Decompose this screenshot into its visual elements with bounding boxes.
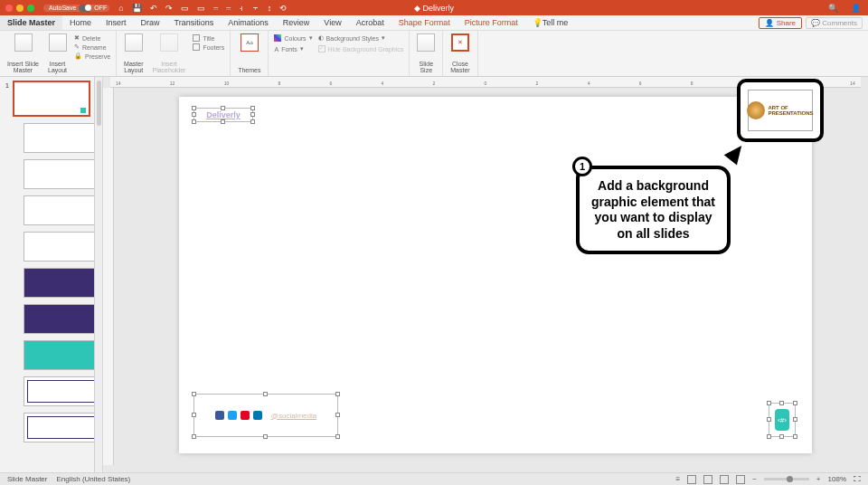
slide-number-placeholder[interactable]: ‹#› xyxy=(769,403,796,437)
slideshow-view-icon[interactable] xyxy=(736,475,745,484)
thumbnail-layout[interactable] xyxy=(24,159,95,189)
slide-thumbnail-panel[interactable]: 1 xyxy=(0,77,95,472)
tab-draw[interactable]: Draw xyxy=(134,15,167,30)
qa-icon[interactable]: ⫟ xyxy=(251,4,259,13)
qa-icon[interactable]: ⫞ xyxy=(239,4,243,13)
thumbnail-layout[interactable] xyxy=(24,376,95,406)
toggle-icon xyxy=(79,5,91,12)
search-icon[interactable]: 🔍 xyxy=(828,4,838,13)
quick-access-toolbar: ⌂ 💾 ↶ ↷ ▭ ▭ ⎓ ⎓ ⫞ ⫟ ↕ ⟲ xyxy=(118,4,287,13)
qa-icon[interactable]: ⟲ xyxy=(279,4,287,13)
thumbnail-layout[interactable] xyxy=(24,413,95,442)
maximize-window-icon[interactable] xyxy=(27,5,34,12)
autosave-label: AutoSave xyxy=(49,5,76,11)
annotation-logo-frame: ART OF PRESENTATIONS xyxy=(737,79,824,142)
insert-placeholder-button[interactable]: Insert Placeholder xyxy=(150,33,187,74)
pinterest-icon xyxy=(241,411,250,420)
app-icon: ◆ xyxy=(414,4,423,13)
background-styles-dropdown[interactable]: ◐ Background Styles ▾ xyxy=(318,34,404,42)
qa-icon[interactable]: ↕ xyxy=(268,4,272,13)
tab-view[interactable]: View xyxy=(316,15,348,30)
account-icon[interactable]: 👤 xyxy=(851,4,861,13)
qa-icon[interactable]: ⎓ xyxy=(213,4,218,13)
annotation-pointer xyxy=(724,141,748,166)
title-checkbox[interactable]: Title xyxy=(193,34,224,42)
social-handle: @socialmedia xyxy=(271,412,316,420)
tab-home[interactable]: Home xyxy=(62,15,99,30)
themes-button[interactable]: AaThemes xyxy=(236,33,262,74)
preserve-button[interactable]: 🔒 Preserve xyxy=(74,52,110,60)
hide-bg-checkbox[interactable]: Hide Background Graphics xyxy=(318,45,404,52)
qa-icon[interactable]: ⎓ xyxy=(226,4,231,13)
redo-icon[interactable]: ↷ xyxy=(165,4,173,13)
window-controls xyxy=(0,5,40,12)
tab-insert[interactable]: Insert xyxy=(99,15,134,30)
tell-me[interactable]: 💡 Tell me xyxy=(525,15,576,30)
title-placeholder-selection[interactable]: Deliverly xyxy=(193,108,253,122)
logo-image[interactable]: ART OF PRESENTATIONS xyxy=(741,82,820,138)
slide-size-button[interactable]: Slide Size xyxy=(415,33,437,74)
zoom-slider[interactable] xyxy=(764,478,809,480)
tab-slide-master[interactable]: Slide Master xyxy=(0,15,62,30)
slide-master-canvas[interactable]: Deliverly ART OF PRESENTATIONS 1 Add xyxy=(179,97,812,453)
close-window-icon[interactable] xyxy=(5,5,13,12)
thumbnail-layout[interactable] xyxy=(24,195,95,225)
tab-acrobat[interactable]: Acrobat xyxy=(349,15,392,30)
thumbnail-layout[interactable] xyxy=(24,232,95,262)
minimize-window-icon[interactable] xyxy=(16,5,24,12)
footers-checkbox[interactable]: Footers xyxy=(193,43,224,51)
fit-to-window-icon[interactable]: ⛶ xyxy=(854,475,861,483)
master-layout-button[interactable]: Master Layout xyxy=(122,33,145,74)
annotation-callout: 1 Add a background graphic element that … xyxy=(576,166,731,254)
zoom-out-button[interactable]: − xyxy=(752,475,757,483)
slide-number-badge: ‹#› xyxy=(775,409,789,431)
tab-transitions[interactable]: Transitions xyxy=(167,15,222,30)
save-icon[interactable]: 💾 xyxy=(132,4,142,13)
insert-layout-button[interactable]: Insert Layout xyxy=(46,33,69,74)
zoom-percent[interactable]: 108% xyxy=(828,475,846,483)
document-title: ◆ Deliverly xyxy=(414,4,454,13)
undo-icon[interactable]: ↶ xyxy=(150,4,157,13)
vertical-ruler xyxy=(103,88,114,465)
status-bar: Slide Master English (United States) ≡ −… xyxy=(0,472,868,485)
notes-button-icon[interactable]: ≡ xyxy=(676,475,681,483)
slide-canvas-area: 141210864202468101214 Deliverly ART OF P… xyxy=(103,77,868,472)
tab-shape-format[interactable]: Shape Format xyxy=(392,15,458,30)
reading-view-icon[interactable] xyxy=(720,475,729,484)
close-master-button[interactable]: ✕Close Master xyxy=(448,33,471,74)
sorter-view-icon[interactable] xyxy=(703,475,712,484)
ribbon-toolbar: Insert Slide Master Insert Layout ✖ Dele… xyxy=(0,31,868,77)
tab-picture-format[interactable]: Picture Format xyxy=(458,15,525,30)
ribbon-tabs: Slide Master Home Insert Draw Transition… xyxy=(0,15,868,31)
annotation-step-number: 1 xyxy=(572,157,592,176)
share-button[interactable]: 👤 Share xyxy=(759,17,802,29)
tab-review[interactable]: Review xyxy=(276,15,317,30)
twitter-icon xyxy=(228,411,237,420)
status-view-mode: Slide Master xyxy=(7,475,47,483)
thumbnail-scrollbar[interactable] xyxy=(95,77,103,472)
thumbnail-layout[interactable] xyxy=(24,340,95,370)
status-language[interactable]: English (United States) xyxy=(56,475,130,483)
thumbnail-layout[interactable] xyxy=(24,268,95,298)
delete-button[interactable]: ✖ Delete xyxy=(74,34,110,42)
normal-view-icon[interactable] xyxy=(687,475,696,484)
insert-slide-master-button[interactable]: Insert Slide Master xyxy=(5,33,41,74)
fonts-dropdown[interactable]: A Fonts ▾ xyxy=(274,45,312,52)
facebook-icon xyxy=(215,411,224,420)
autosave-toggle[interactable]: AutoSave OFF xyxy=(43,5,109,12)
tab-animations[interactable]: Animations xyxy=(221,15,276,30)
macos-titlebar: AutoSave OFF ⌂ 💾 ↶ ↷ ▭ ▭ ⎓ ⎓ ⫞ ⫟ ↕ ⟲ ◆ D… xyxy=(0,0,868,15)
thumbnail-master[interactable]: 1 xyxy=(13,81,90,117)
comments-button[interactable]: 💬 Comments xyxy=(806,17,863,29)
zoom-in-button[interactable]: + xyxy=(816,475,821,483)
rename-button[interactable]: ✎ Rename xyxy=(74,43,110,51)
thumbnail-layout[interactable] xyxy=(24,304,95,334)
qa-icon[interactable]: ▭ xyxy=(181,4,189,13)
autosave-state: OFF xyxy=(94,5,107,11)
thumbnail-layout[interactable] xyxy=(24,123,95,153)
home-icon[interactable]: ⌂ xyxy=(118,4,123,13)
qa-icon[interactable]: ▭ xyxy=(197,4,205,13)
linkedin-icon xyxy=(253,411,262,420)
footer-placeholder-selection[interactable]: @socialmedia xyxy=(193,394,338,437)
colours-dropdown[interactable]: Colours ▾ xyxy=(274,34,312,42)
